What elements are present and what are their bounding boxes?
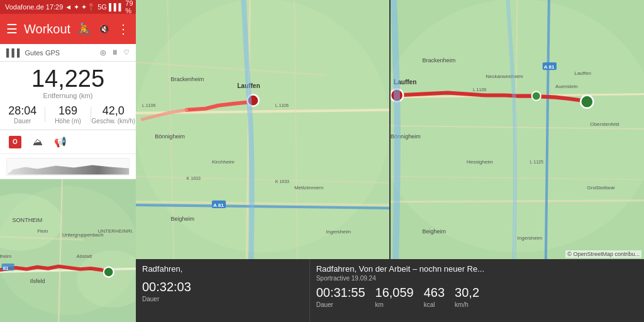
svg-text:Großbottwar: Großbottwar xyxy=(587,185,615,191)
speaker-icon[interactable]: 📢 xyxy=(52,133,69,151)
gps-right: ◎ ⏸ ♡ xyxy=(100,48,130,57)
main-metric-label: Entfernung (km) xyxy=(3,92,133,99)
duration-value-2: 00:31:55 xyxy=(316,286,365,300)
duration-label-2: Dauer xyxy=(316,301,365,308)
svg-text:Kirchheim: Kirchheim xyxy=(212,159,235,165)
svg-text:Brackenheim: Brackenheim xyxy=(170,76,204,82)
elevation-label: Höhe (m) xyxy=(45,118,90,125)
bottom-stat-duration-2: 00:31:55 Dauer xyxy=(316,286,365,308)
more-icon[interactable]: ⋮ xyxy=(117,21,130,36)
svg-text:Oberstenfeld: Oberstenfeld xyxy=(590,121,619,127)
km-label-2: km xyxy=(375,301,414,308)
map-pane-left[interactable]: A 81 Lauffen Brackenheim Bönnigheim Beig… xyxy=(136,0,389,259)
heart-icon: ♡ xyxy=(123,48,130,57)
gps-left: ▌▌▌ Gutes GPS xyxy=(6,48,60,57)
svg-text:L 1109: L 1109 xyxy=(473,87,486,92)
chart-bar xyxy=(0,154,136,179)
office-app-icon[interactable]: O xyxy=(6,133,24,151)
carrier-label: Vodafone.de xyxy=(5,3,44,11)
gps-bar: ▌▌▌ Gutes GPS ◎ ⏸ ♡ xyxy=(0,44,136,62)
map-pane-left-svg: A 81 Lauffen Brackenheim Bönnigheim Beig… xyxy=(136,0,389,259)
svg-point-54 xyxy=(580,96,593,108)
kcal-label-2: kcal xyxy=(424,301,445,308)
svg-point-19 xyxy=(136,0,389,252)
svg-text:81: 81 xyxy=(3,265,9,271)
mute-icon[interactable]: 🔇 xyxy=(99,24,109,34)
svg-line-48 xyxy=(391,201,644,202)
right-section: A 81 Lauffen Brackenheim Bönnigheim Beig… xyxy=(136,0,644,322)
svg-text:Mettzimmern: Mettzimmern xyxy=(294,185,324,191)
maps-row: A 81 Lauffen Brackenheim Bönnigheim Beig… xyxy=(136,0,644,259)
target-icon: ◎ xyxy=(100,48,106,57)
app-header: ☰ Workout 🚴 🔇 ⋮ xyxy=(0,14,136,44)
bottom-item-1: Radfahren, 00:32:03 Dauer xyxy=(136,259,310,322)
duration-label: Dauer xyxy=(0,118,45,125)
svg-text:Flein: Flein xyxy=(37,228,48,234)
svg-text:UNTERHEINRI.: UNTERHEINRI. xyxy=(98,228,133,234)
bottom-bar: Radfahren, 00:32:03 Dauer Radfahren, Von… xyxy=(136,259,644,322)
svg-text:Beigheim: Beigheim xyxy=(170,216,194,222)
svg-text:Ingersheim: Ingersheim xyxy=(518,235,543,241)
network-label: 5G xyxy=(97,3,107,11)
svg-point-53 xyxy=(532,92,541,101)
svg-text:K 1633: K 1633 xyxy=(275,179,289,184)
bottom-stat-kcal-2: 463 kcal xyxy=(424,286,445,308)
main-metric-container: 14,225 Entfernung (km) xyxy=(0,62,136,102)
svg-point-8 xyxy=(104,267,114,277)
bottom-title-1: Radfahren, xyxy=(142,264,303,274)
app-title: Workout xyxy=(24,22,71,36)
duration-label-1: Dauer xyxy=(142,296,303,303)
signal-bars-icon: ▌▌▌ xyxy=(6,48,23,57)
map-attribution: © OpenStreetMap contribu... xyxy=(565,250,641,258)
svg-text:L 1106: L 1106 xyxy=(275,103,289,108)
status-bar-right: 📍 5G ▌▌▌ 79 % xyxy=(87,0,133,14)
bottom-subtitle-2: Sportractive 19.09.24 xyxy=(316,275,638,282)
kcal-value-2: 463 xyxy=(424,286,445,300)
map-pane-right-svg: A 81 Lauffen Brackenheim Bönnigheim Beig… xyxy=(391,0,644,259)
nav-icon: ◄ xyxy=(65,3,72,11)
svg-text:Ilsfeld: Ilsfeld xyxy=(30,278,45,284)
sub-metric-elevation: 169 Höhe (m) xyxy=(45,104,90,125)
map-pane-right[interactable]: A 81 Lauffen Brackenheim Bönnigheim Beig… xyxy=(389,0,644,259)
menu-icon[interactable]: ☰ xyxy=(6,21,18,36)
svg-text:L 1106: L 1106 xyxy=(142,103,155,108)
battery-label: 79 % xyxy=(125,0,133,14)
pause-small-icon: ⏸ xyxy=(111,48,118,57)
bottom-item-2: Radfahren, Von der Arbeit – nochn neuer … xyxy=(310,259,644,322)
duration-value: 28:04 xyxy=(0,104,45,118)
svg-text:Hessigheim: Hessigheim xyxy=(467,159,493,165)
gps-status-label: Gutes GPS xyxy=(25,49,60,57)
svg-text:Brackenheim: Brackenheim xyxy=(422,57,455,64)
bottom-title-2: Radfahren, Von der Arbeit – nochn neuer … xyxy=(316,264,638,274)
sub-metric-speed: 42,0 Geschw. (km/h) xyxy=(91,104,136,125)
chart-line-fill xyxy=(7,162,129,175)
svg-text:Beigheim: Beigheim xyxy=(422,228,446,235)
km-value-2: 16,059 xyxy=(375,286,414,300)
speed-label-2: km/h xyxy=(455,301,479,308)
header-icons: 🚴 🔇 ⋮ xyxy=(77,21,130,36)
status-bar: Vodafone.de 17:29 ◄ ✦ ✦ 📍 5G ▌▌▌ 79 % xyxy=(0,0,136,14)
svg-text:K 1633: K 1633 xyxy=(187,176,201,180)
status-bar-left: Vodafone.de 17:29 ◄ ✦ ✦ xyxy=(5,3,87,11)
bottom-stat-speed-2: 30,2 km/h xyxy=(455,286,479,308)
elevation-chart-icon[interactable]: ⛰ xyxy=(29,133,47,151)
svg-text:Neckarwestheim: Neckarwestheim xyxy=(486,74,523,79)
svg-text:Bönnigheim: Bönnigheim xyxy=(155,133,185,140)
sub-metrics: 28:04 Dauer 169 Höhe (m) 42,0 Geschw. (k… xyxy=(0,102,136,130)
main-metric-value: 14,225 xyxy=(3,67,133,91)
bottom-stats-2: 00:31:55 Dauer 16,059 km 463 kcal 30,2 k… xyxy=(316,286,638,308)
svg-text:A 81: A 81 xyxy=(213,203,224,208)
speed-value: 42,0 xyxy=(91,104,136,118)
bike-icon[interactable]: 🚴 xyxy=(77,22,91,36)
speed-value-2: 30,2 xyxy=(455,286,479,300)
left-panel: Vodafone.de 17:29 ◄ ✦ ✦ 📍 5G ▌▌▌ 79 % ☰ … xyxy=(0,0,136,322)
elevation-chart xyxy=(6,158,130,175)
elevation-value: 169 xyxy=(45,104,90,118)
location-icon: ✦ xyxy=(81,3,87,11)
action-bar: O ⛰ 📢 xyxy=(0,130,136,154)
speed-label: Geschw. (km/h) xyxy=(91,118,136,125)
duration-value-1: 00:32:03 xyxy=(142,280,303,294)
bottom-stat-duration-1: 00:32:03 Dauer xyxy=(142,280,303,303)
left-map[interactable]: SONTHEIM Flein Talheim Untergruppenbach … xyxy=(0,179,136,322)
time-label: 17:29 xyxy=(46,3,64,11)
